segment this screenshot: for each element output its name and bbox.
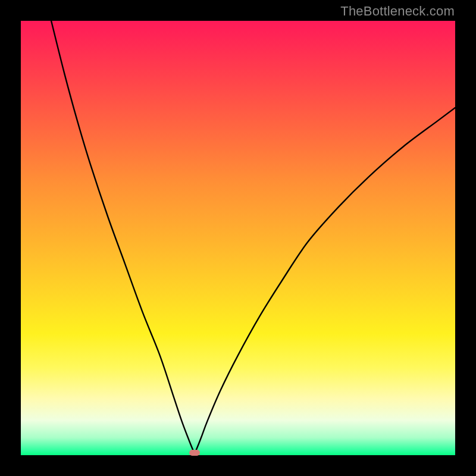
- bottleneck-curve: [21, 21, 455, 455]
- minimum-marker: [189, 450, 200, 456]
- watermark-text: TheBottleneck.com: [340, 4, 455, 19]
- chart-frame: TheBottleneck.com: [0, 0, 476, 476]
- plot-area: [21, 21, 455, 455]
